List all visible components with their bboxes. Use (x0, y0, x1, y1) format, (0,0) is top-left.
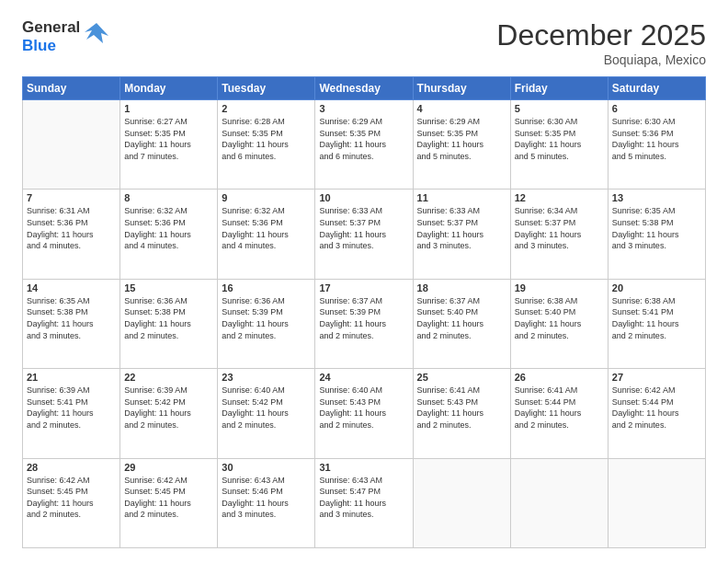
day-number: 16 (222, 282, 311, 293)
header-sunday: Sunday (23, 77, 120, 100)
day-info: Sunrise: 6:40 AM Sunset: 5:42 PM Dayligh… (222, 385, 311, 431)
calendar-cell-w3-d2: 23Sunrise: 6:40 AM Sunset: 5:42 PM Dayli… (218, 369, 315, 458)
calendar-cell-w0-d3: 3Sunrise: 6:29 AM Sunset: 5:35 PM Daylig… (315, 100, 413, 190)
day-number: 26 (515, 372, 604, 383)
day-number: 22 (124, 372, 213, 383)
day-info: Sunrise: 6:33 AM Sunset: 5:37 PM Dayligh… (319, 205, 408, 251)
day-info: Sunrise: 6:37 AM Sunset: 5:40 PM Dayligh… (417, 295, 506, 341)
day-info: Sunrise: 6:35 AM Sunset: 5:38 PM Dayligh… (27, 295, 116, 341)
day-info: Sunrise: 6:38 AM Sunset: 5:40 PM Dayligh… (515, 295, 604, 341)
day-info: Sunrise: 6:29 AM Sunset: 5:35 PM Dayligh… (319, 116, 408, 162)
calendar-cell-w0-d1: 1Sunrise: 6:27 AM Sunset: 5:35 PM Daylig… (120, 100, 218, 190)
calendar-cell-w3-d6: 27Sunrise: 6:42 AM Sunset: 5:44 PM Dayli… (608, 369, 705, 458)
day-info: Sunrise: 6:36 AM Sunset: 5:38 PM Dayligh… (124, 295, 213, 341)
day-info: Sunrise: 6:27 AM Sunset: 5:35 PM Dayligh… (124, 116, 213, 162)
calendar-cell-w3-d4: 25Sunrise: 6:41 AM Sunset: 5:43 PM Dayli… (413, 369, 510, 458)
calendar-cell-w0-d5: 5Sunrise: 6:30 AM Sunset: 5:35 PM Daylig… (510, 100, 608, 190)
calendar-cell-w4-d1: 29Sunrise: 6:42 AM Sunset: 5:45 PM Dayli… (120, 458, 218, 547)
calendar-cell-w0-d0 (23, 100, 120, 190)
day-number: 18 (417, 282, 506, 293)
calendar-cell-w1-d2: 9Sunrise: 6:32 AM Sunset: 5:36 PM Daylig… (218, 190, 315, 279)
calendar-cell-w1-d5: 12Sunrise: 6:34 AM Sunset: 5:37 PM Dayli… (510, 190, 608, 279)
day-info: Sunrise: 6:36 AM Sunset: 5:39 PM Dayligh… (222, 295, 311, 341)
day-number: 21 (27, 372, 116, 383)
logo-general: General (22, 18, 80, 36)
day-info: Sunrise: 6:37 AM Sunset: 5:39 PM Dayligh… (319, 295, 408, 341)
calendar-cell-w4-d2: 30Sunrise: 6:43 AM Sunset: 5:46 PM Dayli… (218, 458, 315, 547)
calendar-cell-w4-d6 (608, 458, 705, 547)
day-number: 24 (319, 372, 408, 383)
day-number: 9 (222, 192, 311, 203)
month-title: December 2025 (496, 18, 706, 52)
header-tuesday: Tuesday (218, 77, 315, 100)
day-number: 6 (612, 103, 701, 114)
day-number: 14 (27, 282, 116, 293)
calendar-cell-w4-d0: 28Sunrise: 6:42 AM Sunset: 5:45 PM Dayli… (23, 458, 120, 547)
day-number: 2 (222, 103, 311, 114)
header-wednesday: Wednesday (315, 77, 413, 100)
day-info: Sunrise: 6:28 AM Sunset: 5:35 PM Dayligh… (222, 116, 311, 162)
calendar-cell-w3-d0: 21Sunrise: 6:39 AM Sunset: 5:41 PM Dayli… (23, 369, 120, 458)
day-info: Sunrise: 6:33 AM Sunset: 5:37 PM Dayligh… (417, 205, 506, 251)
day-info: Sunrise: 6:39 AM Sunset: 5:42 PM Dayligh… (124, 385, 213, 431)
day-number: 19 (515, 282, 604, 293)
calendar-cell-w0-d2: 2Sunrise: 6:28 AM Sunset: 5:35 PM Daylig… (218, 100, 315, 190)
day-info: Sunrise: 6:43 AM Sunset: 5:47 PM Dayligh… (319, 475, 408, 521)
day-number: 20 (612, 282, 701, 293)
day-number: 11 (417, 192, 506, 203)
day-number: 1 (124, 103, 213, 114)
day-number: 3 (319, 103, 408, 114)
logo-blue: Blue (22, 37, 56, 54)
week-row-4: 28Sunrise: 6:42 AM Sunset: 5:45 PM Dayli… (23, 458, 706, 547)
week-row-0: 1Sunrise: 6:27 AM Sunset: 5:35 PM Daylig… (23, 100, 706, 190)
day-info: Sunrise: 6:31 AM Sunset: 5:36 PM Dayligh… (27, 205, 116, 251)
calendar-cell-w4-d4 (413, 458, 510, 547)
day-info: Sunrise: 6:30 AM Sunset: 5:35 PM Dayligh… (515, 116, 604, 162)
day-number: 25 (417, 372, 506, 383)
calendar-cell-w1-d4: 11Sunrise: 6:33 AM Sunset: 5:37 PM Dayli… (413, 190, 510, 279)
header: General Blue December 2025 Boquiapa, Mex… (22, 18, 706, 67)
header-monday: Monday (120, 77, 218, 100)
day-number: 5 (515, 103, 604, 114)
day-info: Sunrise: 6:32 AM Sunset: 5:36 PM Dayligh… (124, 205, 213, 251)
calendar-cell-w1-d3: 10Sunrise: 6:33 AM Sunset: 5:37 PM Dayli… (315, 190, 413, 279)
day-number: 31 (319, 462, 408, 473)
day-number: 28 (27, 462, 116, 473)
location: Boquiapa, Mexico (496, 52, 706, 67)
page: General Blue December 2025 Boquiapa, Mex… (0, 0, 728, 563)
day-info: Sunrise: 6:35 AM Sunset: 5:38 PM Dayligh… (612, 205, 701, 251)
week-row-2: 14Sunrise: 6:35 AM Sunset: 5:38 PM Dayli… (23, 279, 706, 368)
calendar-cell-w2-d6: 20Sunrise: 6:38 AM Sunset: 5:41 PM Dayli… (608, 279, 705, 368)
day-number: 12 (515, 192, 604, 203)
day-number: 7 (27, 192, 116, 203)
calendar-cell-w3-d3: 24Sunrise: 6:40 AM Sunset: 5:43 PM Dayli… (315, 369, 413, 458)
day-info: Sunrise: 6:42 AM Sunset: 5:45 PM Dayligh… (124, 475, 213, 521)
calendar-cell-w3-d1: 22Sunrise: 6:39 AM Sunset: 5:42 PM Dayli… (120, 369, 218, 458)
weekday-header-row: Sunday Monday Tuesday Wednesday Thursday… (23, 77, 706, 100)
calendar-cell-w2-d4: 18Sunrise: 6:37 AM Sunset: 5:40 PM Dayli… (413, 279, 510, 368)
calendar-cell-w2-d5: 19Sunrise: 6:38 AM Sunset: 5:40 PM Dayli… (510, 279, 608, 368)
week-row-3: 21Sunrise: 6:39 AM Sunset: 5:41 PM Dayli… (23, 369, 706, 458)
day-info: Sunrise: 6:43 AM Sunset: 5:46 PM Dayligh… (222, 475, 311, 521)
logo: General Blue (22, 18, 110, 54)
calendar-table: Sunday Monday Tuesday Wednesday Thursday… (22, 76, 706, 548)
header-thursday: Thursday (413, 77, 510, 100)
day-number: 13 (612, 192, 701, 203)
calendar-cell-w1-d6: 13Sunrise: 6:35 AM Sunset: 5:38 PM Dayli… (608, 190, 705, 279)
calendar-cell-w0-d4: 4Sunrise: 6:29 AM Sunset: 5:35 PM Daylig… (413, 100, 510, 190)
day-info: Sunrise: 6:34 AM Sunset: 5:37 PM Dayligh… (515, 205, 604, 251)
calendar-cell-w2-d1: 15Sunrise: 6:36 AM Sunset: 5:38 PM Dayli… (120, 279, 218, 368)
day-number: 23 (222, 372, 311, 383)
header-friday: Friday (510, 77, 608, 100)
calendar-cell-w1-d0: 7Sunrise: 6:31 AM Sunset: 5:36 PM Daylig… (23, 190, 120, 279)
day-number: 30 (222, 462, 311, 473)
day-info: Sunrise: 6:42 AM Sunset: 5:44 PM Dayligh… (612, 385, 701, 431)
calendar-cell-w3-d5: 26Sunrise: 6:41 AM Sunset: 5:44 PM Dayli… (510, 369, 608, 458)
title-block: December 2025 Boquiapa, Mexico (496, 18, 706, 67)
day-number: 15 (124, 282, 213, 293)
day-info: Sunrise: 6:29 AM Sunset: 5:35 PM Dayligh… (417, 116, 506, 162)
logo-bird-icon (83, 19, 110, 51)
calendar-cell-w0-d6: 6Sunrise: 6:30 AM Sunset: 5:36 PM Daylig… (608, 100, 705, 190)
day-info: Sunrise: 6:41 AM Sunset: 5:44 PM Dayligh… (515, 385, 604, 431)
day-number: 27 (612, 372, 701, 383)
